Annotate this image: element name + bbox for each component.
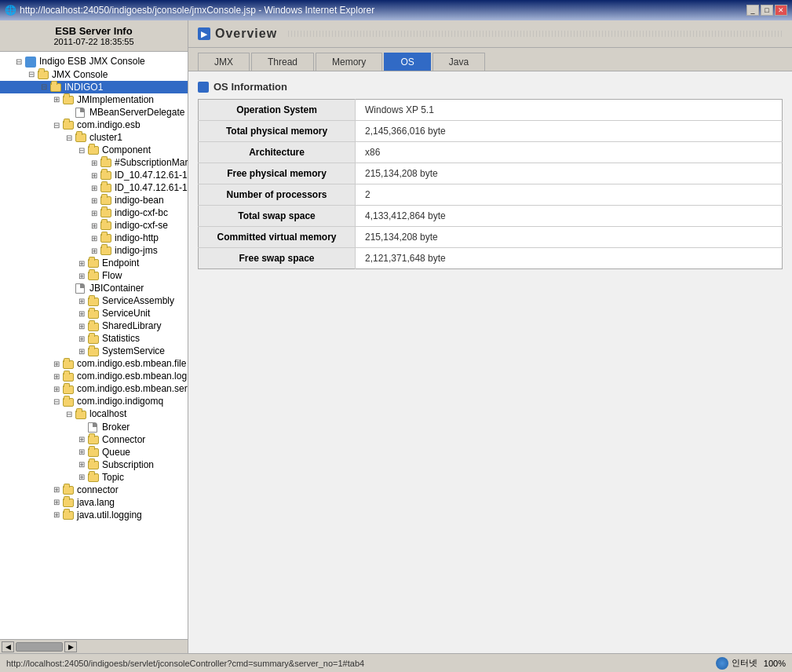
maximize-button[interactable]: □ — [761, 5, 773, 16]
toggle[interactable]: ⊞ — [75, 322, 88, 331]
tree-item-jmx-console[interactable]: ⊟ JMX Console — [0, 68, 188, 81]
tree-item-id2[interactable]: ⊞ ID_10.47.12.61-13 — [0, 181, 188, 194]
item-label: #SubscriptionMar — [115, 157, 188, 168]
tree-item-com-log[interactable]: ⊞ com.indigo.esb.mbean.log — [0, 370, 188, 382]
toggle[interactable]: ⊞ — [88, 209, 100, 217]
toggle[interactable]: ⊞ — [75, 334, 88, 343]
tab-memory[interactable]: Memory — [316, 53, 382, 71]
minimize-button[interactable]: _ — [746, 5, 759, 16]
toggle[interactable]: ⊞ — [75, 259, 88, 268]
folder-icon — [88, 434, 100, 445]
item-label: indigo-http — [115, 232, 159, 243]
window-controls[interactable]: _ □ ✕ — [746, 5, 787, 16]
tree-item-service-unit[interactable]: ⊞ ServiceUnit — [0, 307, 188, 320]
sidebar-scroll[interactable]: ⊟ Indigo ESB JMX Console ⊟ JMX Console — [0, 52, 188, 639]
toggle[interactable]: ⊟ — [63, 410, 75, 418]
tree-item-com-serv[interactable]: ⊞ com.indigo.esb.mbean.serv — [0, 382, 188, 395]
tree-item-system-service[interactable]: ⊞ SystemService — [0, 345, 188, 357]
item-label: MBeanServerDelegate — [89, 107, 184, 118]
hscroll-left[interactable]: ◀ — [2, 641, 14, 652]
toggle[interactable]: ⊞ — [88, 184, 100, 192]
tree-item-endpoint[interactable]: ⊞ Endpoint — [0, 257, 188, 269]
tree-item-com-file[interactable]: ⊞ com.indigo.esb.mbean.file — [0, 357, 188, 370]
sidebar-hscroll[interactable]: ◀ ▶ — [0, 639, 188, 653]
toggle[interactable]: ⊞ — [88, 159, 100, 167]
tree-item-indigo-jms[interactable]: ⊞ indigo-jms — [0, 244, 188, 257]
tree-item-mbean[interactable]: MBeanServerDelegate — [0, 106, 188, 119]
toggle[interactable]: ⊞ — [50, 385, 63, 393]
item-label: Flow — [102, 270, 122, 281]
toggle[interactable]: ⊟ — [63, 133, 75, 142]
toggle[interactable]: ⊞ — [75, 473, 88, 481]
toggle[interactable]: ⊞ — [88, 234, 100, 243]
tree-item-com-indigomq[interactable]: ⊟ com.indigo.indigomq — [0, 395, 188, 407]
toggle[interactable]: ⊞ — [50, 485, 63, 494]
toggle[interactable]: ⊟ — [38, 82, 50, 91]
tree-item-subscription[interactable]: ⊞ #SubscriptionMar — [0, 156, 188, 169]
status-right: 인터넷 100% — [716, 657, 786, 670]
toggle[interactable]: ⊞ — [75, 297, 88, 305]
tree-item-jbicontainer[interactable]: JBIContainer — [0, 282, 188, 294]
tree-item-service-assembly[interactable]: ⊞ ServiceAssembly — [0, 294, 188, 307]
toggle[interactable]: ⊞ — [75, 435, 88, 444]
toggle[interactable]: ⊟ — [50, 121, 63, 130]
toggle[interactable]: ⊟ — [50, 397, 63, 406]
tree-item-connector3[interactable]: ⊞ connector — [0, 484, 188, 496]
toggle[interactable]: ⊞ — [50, 95, 63, 104]
tree-item-com-indigo-esb[interactable]: ⊟ com.indigo.esb — [0, 119, 188, 131]
tree-item-subscription2[interactable]: ⊞ Subscription — [0, 458, 188, 471]
item-label: Endpoint — [102, 257, 139, 268]
toggle[interactable]: ⊟ — [13, 57, 25, 66]
toggle[interactable]: ⊞ — [75, 309, 88, 318]
tab-java[interactable]: Java — [432, 53, 485, 71]
folder-icon — [75, 132, 88, 143]
tree-item-queue[interactable]: ⊞ Queue — [0, 446, 188, 458]
tree-item-component[interactable]: ⊟ Component — [0, 144, 188, 156]
tree-item-jmimpl[interactable]: ⊞ JMImplementation — [0, 93, 188, 106]
toggle[interactable]: ⊞ — [88, 171, 100, 180]
toggle[interactable]: ⊞ — [75, 272, 88, 280]
toggle[interactable]: ⊞ — [88, 247, 100, 255]
server-time: 2011-07-22 18:35:55 — [6, 37, 181, 46]
tab-jmx[interactable]: JMX — [198, 53, 250, 71]
toggle[interactable]: ⊟ — [25, 70, 38, 79]
tree-item-root[interactable]: ⊟ Indigo ESB JMX Console — [0, 55, 188, 68]
toggle[interactable]: ⊞ — [50, 510, 63, 519]
title-left: 🌐 http://localhost:24050/indigoesb/jcons… — [5, 5, 374, 16]
tree-item-broker[interactable]: Broker — [0, 420, 188, 433]
toggle[interactable]: ⊞ — [88, 196, 100, 205]
tab-thread[interactable]: Thread — [251, 53, 314, 71]
tree-item-indigo-bean[interactable]: ⊞ indigo-bean — [0, 194, 188, 206]
tree-item-indigo1[interactable]: ⊟ INDIGO1 — [0, 81, 188, 93]
toggle[interactable]: ⊞ — [75, 460, 88, 469]
folder-icon — [63, 484, 75, 495]
tree-item-indigo-cxf-se[interactable]: ⊞ indigo-cxf-se — [0, 219, 188, 232]
hscroll-right[interactable]: ▶ — [64, 641, 77, 652]
item-label: ID_10.47.12.61-13 — [115, 170, 188, 181]
tree-item-id1[interactable]: ⊞ ID_10.47.12.61-13 — [0, 169, 188, 181]
toggle[interactable]: ⊟ — [75, 146, 88, 155]
tree-item-java-lang[interactable]: ⊞ java.lang — [0, 496, 188, 509]
toggle[interactable]: ⊞ — [75, 347, 88, 356]
folder-icon — [100, 170, 113, 181]
item-label: Statistics — [102, 333, 140, 344]
tree-item-topic[interactable]: ⊞ Topic — [0, 471, 188, 484]
item-label: com.indigo.esb.mbean.log — [77, 371, 187, 382]
tree-item-indigo-cxf-bc[interactable]: ⊞ indigo-cxf-bc — [0, 206, 188, 219]
hscroll-thumb[interactable] — [16, 642, 63, 652]
toggle[interactable]: ⊞ — [50, 372, 63, 381]
tree-item-indigo-http[interactable]: ⊞ indigo-http — [0, 232, 188, 244]
tree-item-flow[interactable]: ⊞ Flow — [0, 269, 188, 282]
toggle[interactable]: ⊞ — [75, 447, 88, 456]
tree-item-java-util[interactable]: ⊞ java.util.logging — [0, 509, 188, 521]
tree-item-localhost[interactable]: ⊟ localhost — [0, 407, 188, 420]
tree-item-shared-library[interactable]: ⊞ SharedLibrary — [0, 320, 188, 332]
tree-item-cluster1[interactable]: ⊟ cluster1 — [0, 131, 188, 144]
toggle[interactable]: ⊞ — [50, 498, 63, 506]
tab-os[interactable]: OS — [384, 53, 430, 71]
tree-item-connector-mq[interactable]: ⊞ Connector — [0, 433, 188, 446]
toggle[interactable]: ⊞ — [88, 221, 100, 230]
tree-item-statistics[interactable]: ⊞ Statistics — [0, 332, 188, 345]
toggle[interactable]: ⊞ — [50, 360, 63, 368]
close-button[interactable]: ✕ — [775, 5, 787, 16]
